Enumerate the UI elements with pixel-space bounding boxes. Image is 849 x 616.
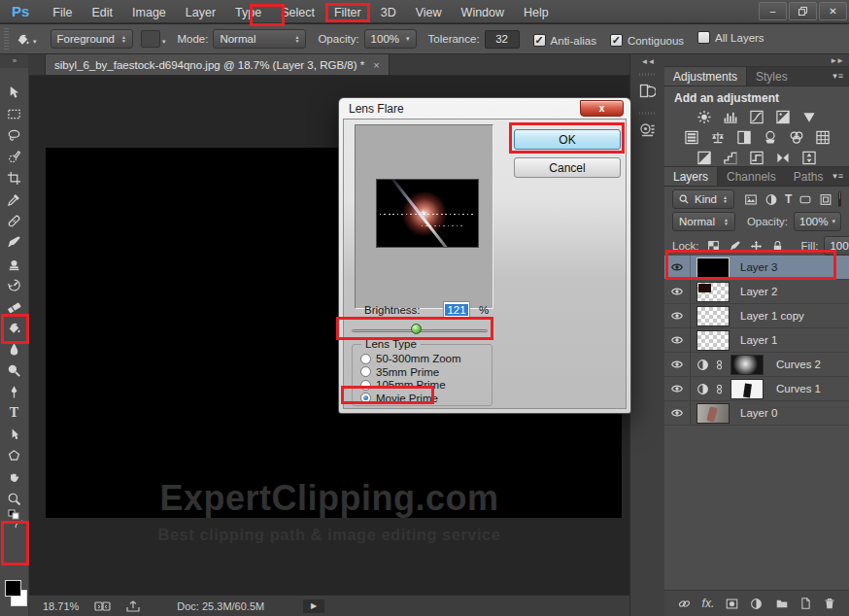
opacity-select[interactable]: 100%▾ xyxy=(364,29,417,49)
tool-shape[interactable] xyxy=(0,445,28,466)
checkbox-all-layers[interactable]: All Layers xyxy=(697,31,764,44)
layer-row-curves-2[interactable]: Curves 2 xyxy=(664,353,849,377)
restore-window-icon[interactable] xyxy=(789,2,817,20)
layer-mask-thumbnail[interactable] xyxy=(730,379,764,399)
lock-transparency-icon[interactable] xyxy=(707,240,720,253)
menu-3d[interactable]: 3D xyxy=(371,3,406,22)
layer-thumbnail[interactable] xyxy=(696,403,730,424)
tool-rectangular-marquee[interactable] xyxy=(0,103,28,124)
layer-visibility-toggle[interactable] xyxy=(664,280,691,303)
flare-center-crosshair[interactable]: + xyxy=(421,208,425,218)
checkbox-anti-alias[interactable]: ✓Anti-alias xyxy=(533,34,596,47)
tab-close-icon[interactable]: × xyxy=(373,59,379,71)
smart-object-filter-icon[interactable] xyxy=(819,192,832,206)
layer-row-layer-3[interactable]: Layer 3 xyxy=(664,256,849,280)
black-white-icon[interactable] xyxy=(736,130,752,145)
link-layers-icon[interactable] xyxy=(677,598,692,610)
lock-position-icon[interactable] xyxy=(750,240,763,253)
tool-quick-selection[interactable] xyxy=(0,146,28,167)
vibrance-icon[interactable] xyxy=(801,110,817,124)
brightness-input[interactable]: 121 xyxy=(443,301,470,318)
export-icon[interactable] xyxy=(126,600,140,612)
zoom-level-value[interactable]: 18.71% xyxy=(43,600,79,612)
layer-row-layer-0[interactable]: Layer 0 xyxy=(664,401,849,426)
dialog-title-bar[interactable]: Lens Flare x xyxy=(339,98,630,119)
delete-layer-icon[interactable] xyxy=(823,597,836,610)
menu-type[interactable]: Type xyxy=(225,3,271,22)
new-layer-icon[interactable] xyxy=(799,597,812,610)
tool-eyedropper[interactable] xyxy=(0,188,28,210)
layer-visibility-toggle[interactable] xyxy=(664,377,691,400)
menu-window[interactable]: Window xyxy=(452,3,514,22)
type-layer-filter-icon[interactable]: T xyxy=(785,192,792,206)
layer-row-layer-1-copy[interactable]: Layer 1 copy xyxy=(664,304,849,328)
pattern-caret-icon[interactable]: ▾ xyxy=(162,38,166,46)
document-tab[interactable]: sibyl_6_by_faestock-d694qno.jpg @ 18.7% … xyxy=(45,53,390,75)
layers-panel-menu-icon[interactable]: ▾≡ xyxy=(832,171,844,181)
history-panel-icon[interactable] xyxy=(634,78,661,105)
layers-tab-channels[interactable]: Channels xyxy=(718,167,785,186)
layer-name[interactable]: Curves 1 xyxy=(776,383,821,394)
layer-thumbnail[interactable] xyxy=(696,306,730,326)
layer-visibility-toggle[interactable] xyxy=(664,304,691,327)
invert-icon[interactable] xyxy=(696,151,712,165)
flare-preview-panel[interactable]: + xyxy=(355,124,493,309)
add-layer-mask-icon[interactable] xyxy=(725,598,739,610)
menu-image[interactable]: Image xyxy=(122,3,176,22)
adjustments-tab-styles[interactable]: Styles xyxy=(747,67,797,86)
tool-pen[interactable] xyxy=(0,381,28,402)
lock-pixels-icon[interactable] xyxy=(729,240,741,253)
gradient-map-icon[interactable] xyxy=(775,151,791,165)
flare-preview-image[interactable]: + xyxy=(376,179,479,248)
fill-source-select[interactable]: Foreground▲▼ xyxy=(51,29,133,49)
properties-panel-icon[interactable] xyxy=(634,117,661,144)
tool-lasso[interactable] xyxy=(0,124,28,146)
panel-gripper[interactable] xyxy=(639,73,656,76)
shape-layer-filter-icon[interactable] xyxy=(798,192,812,206)
expand-panels-icon[interactable]: ►► xyxy=(664,54,849,67)
layer-name[interactable]: Layer 0 xyxy=(740,407,777,419)
sync-icon[interactable] xyxy=(94,600,111,612)
tool-zoom[interactable] xyxy=(0,488,28,509)
layer-style-fx-icon[interactable]: fx. xyxy=(702,597,715,610)
channel-mixer-icon[interactable] xyxy=(789,130,804,145)
layer-thumbnail[interactable] xyxy=(696,282,730,302)
layer-visibility-toggle[interactable] xyxy=(664,256,691,279)
layer-visibility-toggle[interactable] xyxy=(664,328,691,352)
tool-crop[interactable] xyxy=(0,167,28,188)
document-size-value[interactable]: Doc: 25.3M/60.5M xyxy=(177,600,264,612)
layer-fill-select[interactable]: 100% ▾ xyxy=(824,236,849,256)
tool-history-brush[interactable] xyxy=(0,274,28,295)
color-balance-icon[interactable] xyxy=(710,130,726,145)
new-adjustment-layer-icon[interactable] xyxy=(749,598,764,610)
layer-name[interactable]: Layer 1 xyxy=(740,334,777,346)
layer-thumbnail[interactable] xyxy=(696,257,730,278)
mode-select[interactable]: Normal▲▼ xyxy=(213,29,306,49)
mask-link-icon[interactable] xyxy=(713,383,725,395)
toolbar-expand-icon[interactable]: ›› xyxy=(0,54,28,68)
layer-thumbnail[interactable] xyxy=(696,330,730,351)
radio-50-300mm-zoom[interactable]: 50-300mm Zoom xyxy=(360,353,461,364)
layer-visibility-toggle[interactable] xyxy=(664,401,691,425)
layer-visibility-toggle[interactable] xyxy=(664,353,691,376)
layers-tab-layers[interactable]: Layers xyxy=(664,167,718,186)
menu-edit[interactable]: Edit xyxy=(83,3,123,22)
paint-bucket-tool-icon[interactable] xyxy=(16,32,30,47)
radio-105mm-prime[interactable]: 105mm Prime xyxy=(360,379,446,391)
brightness-slider-thumb[interactable] xyxy=(411,324,422,334)
menu-select[interactable]: Select xyxy=(271,3,324,22)
tool-preset-caret-icon[interactable]: ▾ xyxy=(33,38,37,46)
brightness-contrast-icon[interactable] xyxy=(696,110,712,124)
cancel-button[interactable]: Cancel xyxy=(514,157,621,178)
photo-filter-icon[interactable] xyxy=(763,130,778,145)
collapse-panels-icon[interactable]: ◄◄ xyxy=(630,54,664,66)
layer-name[interactable]: Layer 2 xyxy=(740,286,777,297)
radio-35mm-prime[interactable]: 35mm Prime xyxy=(360,366,439,378)
panel-gripper[interactable] xyxy=(639,112,656,115)
tool-brush[interactable] xyxy=(0,231,28,253)
layer-row-curves-1[interactable]: Curves 1 xyxy=(664,377,849,401)
foreground-color-swatch[interactable] xyxy=(5,580,21,597)
blend-mode-select[interactable]: Normal ▲▼ xyxy=(672,212,735,231)
adjustment-layer-icon[interactable] xyxy=(695,357,711,373)
tool-healing-brush[interactable] xyxy=(0,210,28,231)
